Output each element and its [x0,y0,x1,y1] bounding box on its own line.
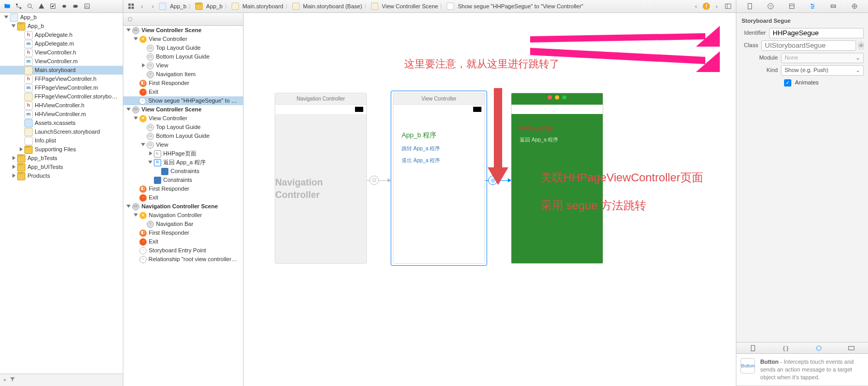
outline-row[interactable]: ●View Controller [123,35,243,44]
code-snippet-icon[interactable]: { } [780,344,791,353]
tests-icon[interactable] [48,2,58,11]
button[interactable]: 跳转 App_a 程序 [402,145,476,152]
file-row[interactable]: hFFPageViewController.h [0,75,123,83]
size-inspector-icon[interactable] [827,2,839,11]
file-row[interactable]: hAppDelegate.h [0,31,123,39]
library-item-button[interactable]: Button Button - Intercepts touch events … [736,354,868,386]
animates-checkbox[interactable] [784,79,791,87]
module-select[interactable]: None⌄ [781,53,864,63]
outline-row[interactable]: →Exit [123,193,243,202]
report-icon[interactable] [82,2,92,11]
filter-icon[interactable] [9,376,16,384]
jump-bar[interactable]: ‹ › App_b〉App_b〉Main.storyboard〉Main.sto… [123,0,736,13]
help-inspector-icon[interactable]: ? [764,2,777,11]
file-row[interactable]: Supporting Files [0,145,123,154]
identity-inspector-icon[interactable] [786,2,798,11]
scene-title: View Controller [393,93,485,105]
outline-row[interactable]: B返回 App_a 程序 [123,158,243,167]
file-row[interactable]: mFFPageViewController.m [0,83,123,92]
segue-root-icon[interactable]: ⊟ [369,176,379,185]
kind-select[interactable]: Show (e.g. Push)⌄ [781,65,864,76]
outline-row[interactable]: ▭Top Layout Guide [123,123,243,132]
outline-row[interactable]: →Exit [123,88,243,96]
outline-row[interactable]: →Storyboard Entry Point [123,246,243,255]
outline-row[interactable]: ▭Bottom Layout Guide [123,132,243,140]
issue-badge[interactable]: ! [703,3,710,10]
scene-view-controller-b[interactable]: View Controller App_b 程序 跳转 App_a 程序 退出 … [393,93,485,264]
outline-row[interactable]: ▭View Controller Scene [123,26,243,35]
file-row[interactable]: LaunchScreen.storyboard [0,127,123,136]
outline-row[interactable]: ●Navigation Controller [123,211,243,220]
button[interactable]: 返回 App_a 程序 [520,136,594,144]
outline-row[interactable]: ‹Navigation Item [123,70,243,79]
file-row[interactable]: App_bTests [0,154,123,163]
document-outline[interactable]: ▭View Controller Scene●View Controller▭T… [123,26,243,386]
warning-icon[interactable] [36,2,47,11]
file-row[interactable]: hHHViewController.h [0,101,123,110]
outline-filter-icon[interactable] [125,15,135,24]
storyboard-canvas[interactable]: 这里要注意，就从这里进行跳转了 Navigation Controller Na… [244,13,736,386]
outline-row[interactable]: Constraints [123,167,243,176]
outline-row[interactable]: LHHPage页面 [123,149,243,158]
class-field[interactable] [761,40,856,51]
outline-row[interactable]: →Exit [123,237,243,246]
file-row[interactable]: App_b [0,22,123,31]
file-row[interactable]: Main.storyboard [0,66,123,75]
prev-issue-icon[interactable]: ‹ [691,2,701,11]
debug-icon[interactable] [59,2,69,11]
outline-toggle-icon[interactable] [723,2,733,11]
svg-rect-15 [789,4,794,9]
label: HHPage页面 [520,124,594,132]
attributes-panel: Storyboard Segue Identifier Class ⊗ Modu… [736,13,868,342]
media-library-icon[interactable] [846,344,857,353]
outline-row[interactable]: ◧First Responder [123,79,243,88]
search-icon[interactable] [25,2,35,11]
file-row[interactable]: App_b [0,13,123,22]
breakpoint-icon[interactable] [70,2,81,11]
breadcrumb[interactable]: App_b〉App_b〉Main.storyboard〉Main.storybo… [159,3,584,10]
button[interactable]: 退出 App_a 程序 [402,157,476,164]
file-row[interactable]: mHHViewController.m [0,110,123,119]
outline-row[interactable]: ◧First Responder [123,228,243,237]
source-control-icon[interactable] [13,2,24,11]
outline-row[interactable]: ‹Navigation Bar [123,220,243,228]
object-library-icon[interactable] [814,344,824,353]
file-row[interactable]: FFPageViewController.storyboard [0,92,123,101]
file-template-icon[interactable] [748,344,758,353]
related-items-icon[interactable] [126,2,136,11]
folder-icon[interactable] [2,2,12,11]
file-row[interactable]: Info.plist [0,136,123,145]
outline-row[interactable]: ▭View [123,61,243,70]
file-row[interactable]: App_bUITests [0,163,123,171]
svg-rect-8 [129,7,131,9]
outline-row[interactable]: ◧First Responder [123,184,243,193]
file-inspector-icon[interactable] [744,2,756,11]
next-issue-icon[interactable]: › [712,2,721,11]
filter-bar[interactable]: + [0,374,123,386]
svg-rect-6 [129,4,131,6]
outline-row[interactable]: ▭Navigation Controller Scene [123,202,243,211]
back-icon[interactable]: ‹ [137,2,147,11]
outline-row[interactable]: ▭View [123,140,243,149]
identifier-field[interactable] [769,28,864,38]
outline-row[interactable]: ○Relationship "root view controller" t..… [123,255,243,264]
outline-row[interactable]: ●View Controller [123,114,243,123]
outline-row[interactable]: Constraints [123,176,243,184]
file-row[interactable]: mAppDelegate.m [0,39,123,48]
file-navigator[interactable]: App_bApp_bhAppDelegate.hmAppDelegate.mhV… [0,13,123,374]
file-row[interactable]: mViewController.m [0,57,123,66]
attributes-inspector-icon[interactable] [806,2,819,11]
scene-navigation-controller[interactable]: Navigation Controller Navigation Control… [275,93,367,264]
forward-icon[interactable]: › [148,2,158,11]
svg-rect-10 [725,4,731,9]
outline-row[interactable]: ○Show segue "HHPageSegue" to "Vi... [123,96,243,105]
file-row[interactable]: hViewController.h [0,48,123,57]
file-row[interactable]: Products [0,171,123,180]
outline-row[interactable]: ▭Bottom Layout Guide [123,52,243,61]
clear-icon[interactable]: ⊗ [858,41,864,50]
outline-row[interactable]: ▭Top Layout Guide [123,44,243,52]
outline-row[interactable]: ▭View Controller Scene [123,105,243,114]
scene-hhpage[interactable]: HHPage页面 返回 App_a 程序 [511,93,603,264]
connections-inspector-icon[interactable] [848,2,861,11]
file-row[interactable]: Assets.xcassets [0,119,123,127]
